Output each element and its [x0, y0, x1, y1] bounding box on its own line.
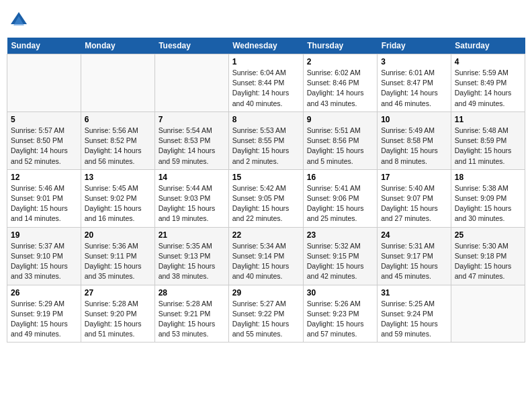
day-info: Sunrise: 5:26 AMSunset: 9:23 PMDaylight:… — [307, 299, 373, 340]
day-number: 4 — [455, 57, 521, 66]
day-number: 27 — [85, 288, 151, 298]
day-info: Sunrise: 5:29 AMSunset: 9:19 PMDaylight:… — [11, 299, 77, 340]
day-info: Sunrise: 5:28 AMSunset: 9:20 PMDaylight:… — [85, 299, 151, 340]
day-info: Sunrise: 5:44 AMSunset: 9:03 PMDaylight:… — [159, 183, 225, 224]
weekday-header-row: SundayMondayTuesdayWednesdayThursdayFrid… — [7, 38, 525, 54]
day-number: 1 — [232, 57, 300, 66]
weekday-header-tuesday: Tuesday — [154, 38, 228, 54]
day-info: Sunrise: 5:59 AMSunset: 8:49 PMDaylight:… — [455, 68, 521, 109]
calendar-cell: 3Sunrise: 6:01 AMSunset: 8:47 PMDaylight… — [378, 54, 451, 112]
day-number: 18 — [455, 173, 521, 182]
day-number: 12 — [11, 173, 77, 182]
day-info: Sunrise: 5:35 AMSunset: 9:13 PMDaylight:… — [159, 241, 225, 282]
calendar-cell: 6Sunrise: 5:56 AMSunset: 8:52 PMDaylight… — [81, 111, 154, 169]
day-number: 28 — [159, 288, 225, 298]
calendar-cell: 4Sunrise: 5:59 AMSunset: 8:49 PMDaylight… — [451, 54, 525, 112]
calendar-cell: 27Sunrise: 5:28 AMSunset: 9:20 PMDayligh… — [81, 285, 154, 342]
calendar-cell: 17Sunrise: 5:40 AMSunset: 9:07 PMDayligh… — [378, 169, 451, 227]
day-info: Sunrise: 5:45 AMSunset: 9:02 PMDaylight:… — [85, 183, 151, 224]
calendar-cell: 28Sunrise: 5:28 AMSunset: 9:21 PMDayligh… — [154, 285, 228, 342]
day-info: Sunrise: 5:48 AMSunset: 8:59 PMDaylight:… — [455, 126, 521, 167]
day-number: 11 — [455, 115, 521, 124]
calendar-cell: 20Sunrise: 5:36 AMSunset: 9:11 PMDayligh… — [81, 227, 154, 285]
calendar-week-3: 12Sunrise: 5:46 AMSunset: 9:01 PMDayligh… — [7, 169, 525, 227]
calendar-cell: 12Sunrise: 5:46 AMSunset: 9:01 PMDayligh… — [7, 169, 81, 227]
day-info: Sunrise: 5:28 AMSunset: 9:21 PMDaylight:… — [159, 299, 225, 340]
calendar-cell: 2Sunrise: 6:02 AMSunset: 8:46 PMDaylight… — [303, 54, 377, 112]
day-number: 26 — [11, 288, 77, 298]
day-info: Sunrise: 5:41 AMSunset: 9:06 PMDaylight:… — [307, 183, 373, 224]
day-number: 25 — [455, 230, 521, 240]
day-number: 23 — [307, 230, 373, 240]
day-number: 17 — [381, 173, 447, 182]
day-info: Sunrise: 5:37 AMSunset: 9:10 PMDaylight:… — [11, 241, 77, 282]
day-number: 6 — [85, 115, 151, 124]
calendar-cell: 14Sunrise: 5:44 AMSunset: 9:03 PMDayligh… — [154, 169, 228, 227]
day-info: Sunrise: 5:31 AMSunset: 9:17 PMDaylight:… — [381, 241, 447, 282]
day-info: Sunrise: 5:54 AMSunset: 8:53 PMDaylight:… — [159, 126, 225, 167]
weekday-header-wednesday: Wednesday — [228, 38, 303, 54]
weekday-header-friday: Friday — [378, 38, 451, 54]
day-info: Sunrise: 5:51 AMSunset: 8:56 PMDaylight:… — [307, 126, 373, 167]
calendar-cell: 8Sunrise: 5:53 AMSunset: 8:55 PMDaylight… — [228, 111, 303, 169]
day-info: Sunrise: 5:46 AMSunset: 9:01 PMDaylight:… — [11, 183, 77, 224]
day-info: Sunrise: 6:01 AMSunset: 8:47 PMDaylight:… — [381, 68, 447, 109]
calendar-cell: 19Sunrise: 5:37 AMSunset: 9:10 PMDayligh… — [7, 227, 81, 285]
day-number: 3 — [381, 57, 447, 66]
logo — [9, 11, 30, 30]
day-number: 30 — [307, 288, 373, 298]
day-info: Sunrise: 5:32 AMSunset: 9:15 PMDaylight:… — [307, 241, 373, 282]
calendar-cell: 29Sunrise: 5:27 AMSunset: 9:22 PMDayligh… — [228, 285, 303, 342]
calendar-cell — [154, 54, 228, 112]
calendar-cell: 15Sunrise: 5:42 AMSunset: 9:05 PMDayligh… — [228, 169, 303, 227]
day-info: Sunrise: 5:36 AMSunset: 9:11 PMDaylight:… — [85, 241, 151, 282]
day-info: Sunrise: 5:40 AMSunset: 9:07 PMDaylight:… — [381, 183, 447, 224]
day-info: Sunrise: 5:57 AMSunset: 8:50 PMDaylight:… — [11, 126, 77, 167]
day-info: Sunrise: 6:04 AMSunset: 8:44 PMDaylight:… — [232, 68, 300, 109]
day-info: Sunrise: 5:42 AMSunset: 9:05 PMDaylight:… — [232, 183, 300, 224]
calendar-cell — [7, 54, 81, 112]
calendar-cell: 18Sunrise: 5:38 AMSunset: 9:09 PMDayligh… — [451, 169, 525, 227]
calendar-cell: 23Sunrise: 5:32 AMSunset: 9:15 PMDayligh… — [303, 227, 377, 285]
calendar-cell: 31Sunrise: 5:25 AMSunset: 9:24 PMDayligh… — [378, 285, 451, 342]
day-info: Sunrise: 5:34 AMSunset: 9:14 PMDaylight:… — [232, 241, 300, 282]
day-number: 2 — [307, 57, 373, 66]
calendar-cell: 30Sunrise: 5:26 AMSunset: 9:23 PMDayligh… — [303, 285, 377, 342]
calendar-cell: 10Sunrise: 5:49 AMSunset: 8:58 PMDayligh… — [378, 111, 451, 169]
calendar-week-2: 5Sunrise: 5:57 AMSunset: 8:50 PMDaylight… — [7, 111, 525, 169]
day-number: 24 — [381, 230, 447, 240]
day-number: 22 — [232, 230, 300, 240]
day-info: Sunrise: 5:56 AMSunset: 8:52 PMDaylight:… — [85, 126, 151, 167]
day-number: 8 — [232, 115, 300, 124]
day-number: 16 — [307, 173, 373, 182]
day-info: Sunrise: 5:53 AMSunset: 8:55 PMDaylight:… — [232, 126, 300, 167]
calendar-table: SundayMondayTuesdayWednesdayThursdayFrid… — [7, 38, 525, 342]
day-info: Sunrise: 5:30 AMSunset: 9:18 PMDaylight:… — [455, 241, 521, 282]
calendar-cell: 16Sunrise: 5:41 AMSunset: 9:06 PMDayligh… — [303, 169, 377, 227]
day-info: Sunrise: 5:49 AMSunset: 8:58 PMDaylight:… — [381, 126, 447, 167]
day-number: 9 — [307, 115, 373, 124]
calendar-cell: 9Sunrise: 5:51 AMSunset: 8:56 PMDaylight… — [303, 111, 377, 169]
calendar-week-5: 26Sunrise: 5:29 AMSunset: 9:19 PMDayligh… — [7, 285, 525, 342]
calendar-cell: 24Sunrise: 5:31 AMSunset: 9:17 PMDayligh… — [378, 227, 451, 285]
day-number: 5 — [11, 115, 77, 124]
page-header — [7, 7, 525, 32]
day-number: 21 — [159, 230, 225, 240]
calendar-cell: 22Sunrise: 5:34 AMSunset: 9:14 PMDayligh… — [228, 227, 303, 285]
day-number: 15 — [232, 173, 300, 182]
weekday-header-monday: Monday — [81, 38, 154, 54]
calendar-cell: 25Sunrise: 5:30 AMSunset: 9:18 PMDayligh… — [451, 227, 525, 285]
day-number: 14 — [159, 173, 225, 182]
calendar-cell: 11Sunrise: 5:48 AMSunset: 8:59 PMDayligh… — [451, 111, 525, 169]
day-number: 7 — [159, 115, 225, 124]
weekday-header-thursday: Thursday — [303, 38, 377, 54]
day-number: 31 — [381, 288, 447, 298]
calendar-cell: 13Sunrise: 5:45 AMSunset: 9:02 PMDayligh… — [81, 169, 154, 227]
day-info: Sunrise: 6:02 AMSunset: 8:46 PMDaylight:… — [307, 68, 373, 109]
day-number: 10 — [381, 115, 447, 124]
calendar-week-4: 19Sunrise: 5:37 AMSunset: 9:10 PMDayligh… — [7, 227, 525, 285]
calendar-cell: 1Sunrise: 6:04 AMSunset: 8:44 PMDaylight… — [228, 54, 303, 112]
calendar-cell — [81, 54, 154, 112]
weekday-header-sunday: Sunday — [7, 38, 81, 54]
day-info: Sunrise: 5:38 AMSunset: 9:09 PMDaylight:… — [455, 183, 521, 224]
